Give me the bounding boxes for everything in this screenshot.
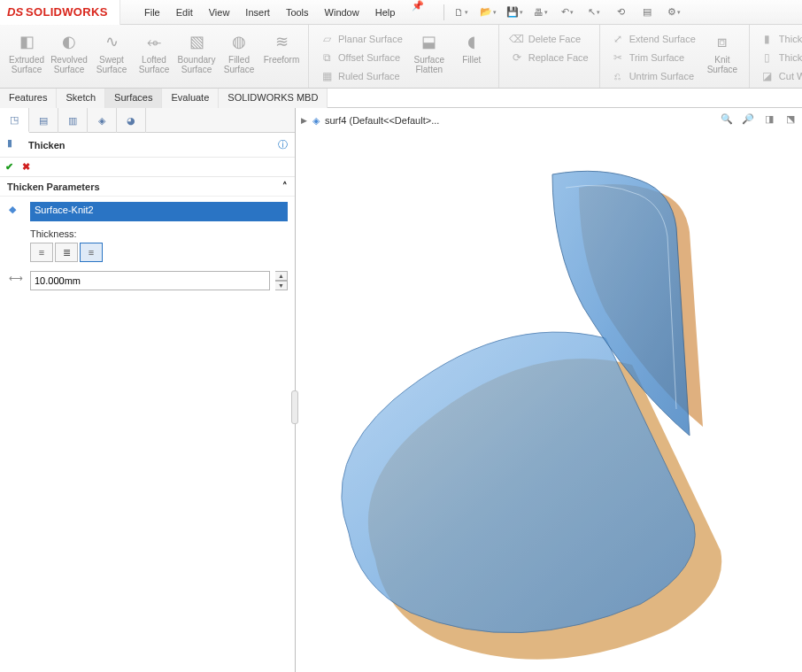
spin-down[interactable]: ▼	[275, 281, 288, 290]
cmd-knit-surface[interactable]: ⧈Knit Surface	[701, 28, 744, 74]
logo-text: SOLIDWORKS	[26, 5, 108, 19]
qat-open[interactable]: 📂▾	[476, 3, 499, 22]
spin-up[interactable]: ▲	[275, 271, 288, 281]
zoom-area-icon[interactable]: 🔎	[740, 111, 756, 127]
tab-features[interactable]: Features	[0, 89, 57, 108]
cancel-button[interactable]: ✖	[22, 161, 30, 173]
panel-tab-plane[interactable]: ◈	[88, 108, 117, 133]
menu-tools[interactable]: Tools	[278, 0, 317, 25]
cmd-surface-flatten[interactable]: ⬓Surface Flatten	[408, 28, 451, 74]
ribbon-group-surfaces: ◧Extruded Surface ◐Revolved Surface ∿Swe…	[0, 25, 309, 88]
qat-settings[interactable]: ⚙▾	[662, 3, 685, 22]
cmd-swept-surface[interactable]: ∿Swept Surface	[90, 28, 133, 74]
ribbon-group-planar: ▱Planar Surface ⧉Offset Surface ▦Ruled S…	[309, 25, 499, 88]
cmd-offset-surface[interactable]: ⧉Offset Surface	[320, 49, 403, 66]
part-icon: ◈	[312, 115, 320, 127]
qat-save[interactable]: 💾▾	[503, 3, 526, 22]
qat-rebuild[interactable]: ⟲	[609, 3, 632, 22]
display-style-icon[interactable]: ⬔	[783, 111, 798, 127]
tab-sketch[interactable]: Sketch	[57, 89, 105, 108]
pin-icon[interactable]: 📌	[410, 0, 426, 25]
cmd-trim-surface[interactable]: ✂Trim Surface	[611, 49, 696, 66]
property-panel: ◳ ▤ ▥ ◈ ◕ ▮ Thicken ⓘ ✔ ✖ Thicken Parame…	[0, 108, 296, 672]
menu-file[interactable]: File	[136, 0, 168, 25]
menu-insert[interactable]: Insert	[237, 0, 278, 25]
tab-evaluate[interactable]: Evaluate	[162, 89, 219, 108]
menu-items: File Edit View Insert Tools Window Help …	[136, 0, 426, 25]
view-orientation-icon[interactable]: ◨	[761, 111, 777, 127]
logo-ds-icon: DS	[7, 5, 23, 19]
tab-mbd[interactable]: SOLIDWORKS MBD	[219, 89, 328, 108]
thickness-spinner: ▲ ▼	[275, 271, 288, 290]
cmd-revolved-surface[interactable]: ◐Revolved Surface	[48, 28, 90, 74]
cmd-filled-surface[interactable]: ◍Filled Surface	[218, 28, 260, 74]
quick-access-toolbar: 🗋▾ 📂▾ 💾▾ 🖶▾ ↶▾ ↖▾ ⟲ ▤ ⚙▾	[442, 3, 685, 22]
thickness-side2-button[interactable]: ≡	[80, 243, 103, 262]
thickness-input[interactable]	[30, 271, 270, 290]
menu-view[interactable]: View	[201, 0, 238, 25]
panel-tabs: ◳ ▤ ▥ ◈ ◕	[0, 108, 295, 133]
menu-edit[interactable]: Edit	[168, 0, 201, 25]
panel-tab-appearance[interactable]: ◕	[117, 108, 146, 133]
cmd-thickened-cut[interactable]: ▯Thickened Cut	[760, 49, 802, 66]
confirm-row: ✔ ✖	[0, 158, 295, 177]
cmd-extend-surface[interactable]: ⤢Extend Surface	[611, 30, 696, 48]
dimension-icon: ⟷	[9, 273, 25, 289]
menu-bar: DS SOLIDWORKS File Edit View Insert Tool…	[0, 0, 802, 25]
cmd-replace-face[interactable]: ⟳Replace Face	[510, 49, 589, 66]
panel-tab-feature[interactable]: ◳	[0, 108, 29, 133]
panel-tab-display[interactable]: ▥	[58, 108, 88, 133]
thickness-both-button[interactable]: ≣	[55, 243, 78, 262]
cmd-fillet[interactable]: ◖Fillet	[451, 28, 493, 65]
surface-selection-field[interactable]: Surface-Knit2	[30, 202, 288, 221]
cmd-planar-surface[interactable]: ▱Planar Surface	[320, 30, 403, 48]
thickness-direction-buttons: ≡ ≣ ≡	[30, 243, 288, 262]
help-icon[interactable]: ⓘ	[278, 138, 288, 151]
thicken-icon: ▮	[7, 137, 23, 153]
app-logo: DS SOLIDWORKS	[0, 0, 120, 25]
viewport-tools: 🔍 🔎 ◨ ⬔	[719, 111, 798, 127]
viewport[interactable]: ▶ ◈ surf4 (Default<<Default>... 🔍 🔎 ◨ ⬔	[296, 108, 802, 672]
section-body: ◆ Surface-Knit2 Thickness: ≡ ≣ ≡ ⟷ ▲ ▼	[0, 197, 295, 297]
cmd-untrim-surface[interactable]: ⎌Untrim Surface	[611, 67, 696, 85]
zoom-fit-icon[interactable]: 🔍	[719, 111, 735, 127]
qat-new[interactable]: 🗋▾	[450, 3, 473, 22]
ribbon: ◧Extruded Surface ◐Revolved Surface ∿Swe…	[0, 25, 802, 89]
thickness-label: Thickness:	[30, 228, 288, 239]
cmd-thicken[interactable]: ▮Thicken	[760, 30, 802, 48]
thickness-side1-button[interactable]: ≡	[30, 243, 53, 262]
cmd-extruded-surface[interactable]: ◧Extruded Surface	[5, 28, 48, 74]
3d-scene	[305, 161, 793, 663]
cmd-delete-face[interactable]: ⌫Delete Face	[510, 30, 589, 48]
cmd-freeform[interactable]: ≋Freeform	[260, 28, 303, 65]
menu-help[interactable]: Help	[367, 0, 404, 25]
expand-icon[interactable]: ▶	[301, 116, 307, 125]
feature-title-row: ▮ Thicken ⓘ	[0, 133, 295, 158]
feature-title: Thicken	[28, 140, 66, 151]
ribbon-group-trim: ⤢Extend Surface ✂Trim Surface ⎌Untrim Su…	[600, 25, 750, 88]
surface-selection-icon: ◆	[9, 204, 25, 220]
cmd-lofted-surface[interactable]: ⬰Lofted Surface	[133, 28, 175, 74]
ribbon-group-face: ⌫Delete Face ⟳Replace Face	[499, 25, 600, 88]
qat-print[interactable]: 🖶▾	[529, 3, 552, 22]
tab-surfaces[interactable]: Surfaces	[105, 89, 162, 108]
collapse-icon: ˄	[282, 181, 288, 192]
ribbon-group-thicken: ▮Thicken ▯Thickened Cut ◪Cut With Surfac…	[750, 25, 802, 88]
command-tabs: Features Sketch Surfaces Evaluate SOLIDW…	[0, 89, 802, 108]
document-name[interactable]: surf4 (Default<<Default>...	[325, 115, 439, 126]
cmd-cut-with-surface[interactable]: ◪Cut With Surface	[760, 67, 802, 85]
panel-tab-config[interactable]: ▤	[29, 108, 58, 133]
qat-options[interactable]: ▤	[636, 3, 659, 22]
qat-select[interactable]: ↖▾	[582, 3, 605, 22]
cmd-ruled-surface[interactable]: ▦Ruled Surface	[320, 67, 403, 85]
ok-button[interactable]: ✔	[5, 161, 13, 173]
menu-window[interactable]: Window	[317, 0, 367, 25]
blue-surface-wall	[499, 170, 712, 453]
panel-resize-handle[interactable]	[291, 390, 298, 424]
cmd-boundary-surface[interactable]: ▧Boundary Surface	[175, 28, 218, 74]
section-header-thicken-params[interactable]: Thicken Parameters ˄	[0, 177, 295, 197]
qat-undo[interactable]: ↶▾	[556, 3, 579, 22]
